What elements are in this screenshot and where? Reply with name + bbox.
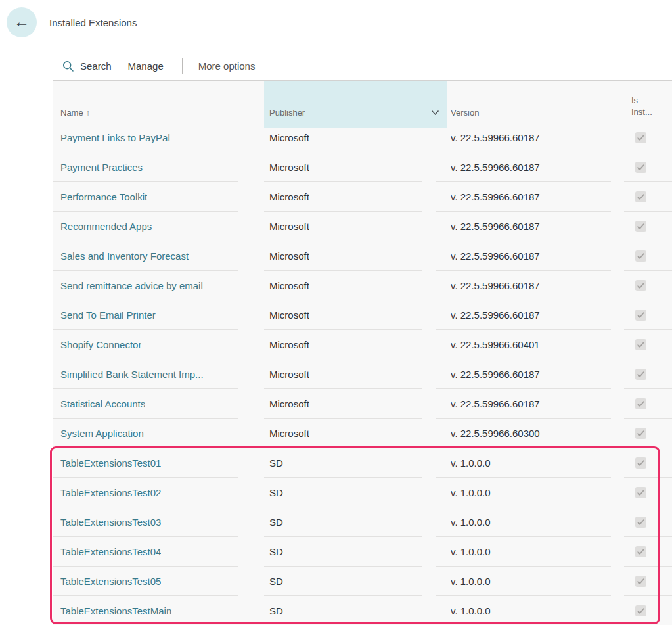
publisher-value: SD [269,576,283,587]
column-header-name[interactable]: Name↑ [60,108,90,118]
version-value: v. 22.5.59966.60401 [451,339,540,350]
table-row[interactable]: Payment Links to PayPal Microsoft v. 22.… [53,123,672,152]
extension-name-link[interactable]: TableExtensionsTest05 [60,576,161,587]
table-row[interactable]: Shopify Connector Microsoft v. 22.5.5996… [53,330,672,359]
table-row[interactable]: TableExtensionsTestMain SD v. 1.0.0.0 [53,596,672,625]
checkbox-checked-icon[interactable] [635,250,646,262]
table-row[interactable]: Send To Email Printer Microsoft v. 22.5.… [53,300,672,330]
table-row[interactable]: Send remittance advice by email Microsof… [53,271,672,300]
column-header-version[interactable]: Version [451,108,479,118]
extension-name-link[interactable]: System Application [60,428,144,439]
version-cell: v. 22.5.59966.60300 [436,419,611,448]
table-row[interactable]: Statistical Accounts Microsoft v. 22.5.5… [53,389,672,419]
checkbox-checked-icon[interactable] [635,487,646,498]
is-installed-cell [624,330,672,359]
version-cell: v. 1.0.0.0 [436,478,611,507]
extension-name-link[interactable]: Statistical Accounts [60,398,145,409]
checkbox-checked-icon[interactable] [635,428,646,439]
checkbox-checked-icon[interactable] [635,132,646,143]
extensions-table: Name↑ Publisher Version Is Inst... Payme… [53,81,672,625]
publisher-cell: SD [264,507,422,537]
chevron-down-icon[interactable] [431,110,439,116]
extension-name-cell: Payment Links to PayPal [53,123,238,152]
version-value: v. 1.0.0.0 [451,517,491,528]
column-header-publisher[interactable]: Publisher [269,108,305,118]
publisher-value: SD [269,546,283,557]
checkbox-checked-icon[interactable] [635,191,646,202]
back-button[interactable]: ← [7,7,37,37]
checkbox-checked-icon[interactable] [635,517,646,528]
publisher-cell: SD [264,596,422,625]
checkbox-checked-icon[interactable] [635,605,646,616]
is-installed-cell [624,182,672,212]
extension-name-cell: TableExtensionsTestMain [53,596,238,625]
version-value: v. 22.5.59966.60187 [451,250,540,262]
publisher-filter-highlight [264,81,447,128]
version-cell: v. 1.0.0.0 [436,567,611,596]
publisher-value: Microsoft [269,369,309,380]
table-row[interactable]: System Application Microsoft v. 22.5.599… [53,419,672,448]
more-options-button[interactable]: More options [198,60,256,72]
checkbox-checked-icon[interactable] [635,162,646,173]
table-row[interactable]: TableExtensionsTest04 SD v. 1.0.0.0 [53,537,672,567]
version-cell: v. 22.5.59966.60187 [436,359,611,389]
table-row[interactable]: TableExtensionsTest01 SD v. 1.0.0.0 [53,448,672,478]
column-header-is-installed[interactable]: Is Inst... [631,95,652,118]
extension-name-cell: TableExtensionsTest02 [53,478,238,507]
is-installed-cell [624,123,672,152]
page-title: Installed Extensions [49,0,137,45]
manage-button[interactable]: Manage [128,60,164,72]
checkbox-checked-icon[interactable] [635,546,646,557]
checkbox-checked-icon[interactable] [635,457,646,469]
extension-name-link[interactable]: Send To Email Printer [60,310,156,321]
table-row[interactable]: TableExtensionsTest02 SD v. 1.0.0.0 [53,478,672,507]
is-installed-cell [624,300,672,330]
checkbox-checked-icon[interactable] [635,280,646,291]
search-icon [62,60,74,72]
table-row[interactable]: Payment Practices Microsoft v. 22.5.5996… [53,152,672,182]
table-row[interactable]: Performance Toolkit Microsoft v. 22.5.59… [53,182,672,212]
table-row[interactable]: TableExtensionsTest05 SD v. 1.0.0.0 [53,567,672,596]
extension-name-link[interactable]: TableExtensionsTestMain [60,605,171,616]
extension-name-cell: System Application [53,419,238,448]
publisher-cell: Microsoft [264,271,422,300]
extension-name-link[interactable]: Payment Practices [60,162,143,173]
version-cell: v. 22.5.59966.60187 [436,271,611,300]
extension-name-link[interactable]: Performance Toolkit [60,191,147,202]
publisher-cell: SD [264,567,422,596]
search-button[interactable]: Search [80,60,112,72]
toolbar-divider [182,58,183,74]
extension-name-link[interactable]: Send remittance advice by email [60,280,203,291]
extension-name-link[interactable]: Sales and Inventory Forecast [60,250,189,262]
checkbox-checked-icon[interactable] [635,339,646,350]
checkbox-checked-icon[interactable] [635,221,646,232]
version-cell: v. 22.5.59966.60187 [436,182,611,212]
extension-name-cell: Send To Email Printer [53,300,238,330]
version-cell: v. 22.5.59966.60187 [436,389,611,419]
extension-name-link[interactable]: TableExtensionsTest02 [60,487,161,498]
extension-name-link[interactable]: TableExtensionsTest04 [60,546,161,557]
table-row[interactable]: Recommended Apps Microsoft v. 22.5.59966… [53,212,672,241]
extension-name-cell: TableExtensionsTest04 [53,537,238,567]
extension-name-link[interactable]: Shopify Connector [60,339,141,350]
checkbox-checked-icon[interactable] [635,369,646,380]
is-installed-label-line2: Inst... [631,107,652,117]
extension-name-link[interactable]: Simplified Bank Statement Imp... [60,369,204,380]
version-value: v. 1.0.0.0 [451,576,491,587]
table-body: Payment Links to PayPal Microsoft v. 22.… [53,123,672,625]
table-row[interactable]: Sales and Inventory Forecast Microsoft v… [53,241,672,271]
table-row[interactable]: Simplified Bank Statement Imp... Microso… [53,359,672,389]
version-value: v. 22.5.59966.60187 [451,398,540,409]
checkbox-checked-icon[interactable] [635,398,646,409]
checkbox-checked-icon[interactable] [635,310,646,321]
extension-name-link[interactable]: TableExtensionsTest03 [60,517,161,528]
version-cell: v. 1.0.0.0 [436,448,611,478]
checkbox-checked-icon[interactable] [635,576,646,587]
extension-name-link[interactable]: Recommended Apps [60,221,152,232]
extension-name-link[interactable]: Payment Links to PayPal [60,132,170,143]
publisher-cell: Microsoft [264,212,422,241]
is-installed-label-line1: Is [631,95,638,105]
table-row[interactable]: TableExtensionsTest03 SD v. 1.0.0.0 [53,507,672,537]
extension-name-link[interactable]: TableExtensionsTest01 [60,457,161,469]
version-cell: v. 22.5.59966.60187 [436,300,611,330]
